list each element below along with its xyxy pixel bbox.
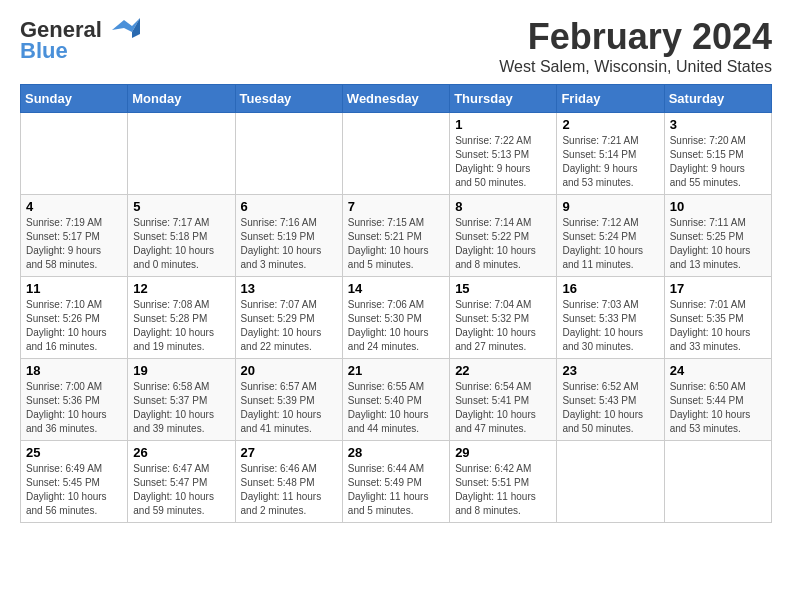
day-number: 17	[670, 281, 766, 296]
calendar-cell: 25Sunrise: 6:49 AM Sunset: 5:45 PM Dayli…	[21, 441, 128, 523]
month-title: February 2024	[499, 16, 772, 58]
day-number: 2	[562, 117, 658, 132]
day-number: 7	[348, 199, 444, 214]
calendar-cell: 16Sunrise: 7:03 AM Sunset: 5:33 PM Dayli…	[557, 277, 664, 359]
calendar-cell: 18Sunrise: 7:00 AM Sunset: 5:36 PM Dayli…	[21, 359, 128, 441]
day-number: 16	[562, 281, 658, 296]
day-number: 5	[133, 199, 229, 214]
calendar-cell: 9Sunrise: 7:12 AM Sunset: 5:24 PM Daylig…	[557, 195, 664, 277]
calendar-cell: 26Sunrise: 6:47 AM Sunset: 5:47 PM Dayli…	[128, 441, 235, 523]
day-number: 25	[26, 445, 122, 460]
day-info: Sunrise: 7:11 AM Sunset: 5:25 PM Dayligh…	[670, 216, 766, 272]
day-info: Sunrise: 6:47 AM Sunset: 5:47 PM Dayligh…	[133, 462, 229, 518]
day-number: 29	[455, 445, 551, 460]
calendar-cell: 8Sunrise: 7:14 AM Sunset: 5:22 PM Daylig…	[450, 195, 557, 277]
day-info: Sunrise: 6:52 AM Sunset: 5:43 PM Dayligh…	[562, 380, 658, 436]
calendar-cell: 24Sunrise: 6:50 AM Sunset: 5:44 PM Dayli…	[664, 359, 771, 441]
calendar-week-2: 4Sunrise: 7:19 AM Sunset: 5:17 PM Daylig…	[21, 195, 772, 277]
logo-blue: Blue	[20, 40, 68, 62]
calendar-week-1: 1Sunrise: 7:22 AM Sunset: 5:13 PM Daylig…	[21, 113, 772, 195]
day-info: Sunrise: 7:15 AM Sunset: 5:21 PM Dayligh…	[348, 216, 444, 272]
calendar-cell	[235, 113, 342, 195]
day-info: Sunrise: 7:10 AM Sunset: 5:26 PM Dayligh…	[26, 298, 122, 354]
location: West Salem, Wisconsin, United States	[499, 58, 772, 76]
calendar-header-row: SundayMondayTuesdayWednesdayThursdayFrid…	[21, 85, 772, 113]
calendar-table: SundayMondayTuesdayWednesdayThursdayFrid…	[20, 84, 772, 523]
calendar-cell: 2Sunrise: 7:21 AM Sunset: 5:14 PM Daylig…	[557, 113, 664, 195]
calendar-cell: 4Sunrise: 7:19 AM Sunset: 5:17 PM Daylig…	[21, 195, 128, 277]
day-info: Sunrise: 7:17 AM Sunset: 5:18 PM Dayligh…	[133, 216, 229, 272]
logo: General Blue	[20, 16, 140, 62]
day-info: Sunrise: 6:57 AM Sunset: 5:39 PM Dayligh…	[241, 380, 337, 436]
day-number: 18	[26, 363, 122, 378]
calendar-cell: 27Sunrise: 6:46 AM Sunset: 5:48 PM Dayli…	[235, 441, 342, 523]
day-number: 15	[455, 281, 551, 296]
logo-bird-icon	[104, 16, 140, 44]
day-info: Sunrise: 7:20 AM Sunset: 5:15 PM Dayligh…	[670, 134, 766, 190]
day-info: Sunrise: 7:07 AM Sunset: 5:29 PM Dayligh…	[241, 298, 337, 354]
column-header-thursday: Thursday	[450, 85, 557, 113]
calendar-cell: 5Sunrise: 7:17 AM Sunset: 5:18 PM Daylig…	[128, 195, 235, 277]
day-number: 11	[26, 281, 122, 296]
calendar-cell: 7Sunrise: 7:15 AM Sunset: 5:21 PM Daylig…	[342, 195, 449, 277]
day-number: 13	[241, 281, 337, 296]
day-info: Sunrise: 6:50 AM Sunset: 5:44 PM Dayligh…	[670, 380, 766, 436]
day-info: Sunrise: 7:04 AM Sunset: 5:32 PM Dayligh…	[455, 298, 551, 354]
day-number: 3	[670, 117, 766, 132]
day-info: Sunrise: 6:55 AM Sunset: 5:40 PM Dayligh…	[348, 380, 444, 436]
calendar-cell: 20Sunrise: 6:57 AM Sunset: 5:39 PM Dayli…	[235, 359, 342, 441]
calendar-cell: 22Sunrise: 6:54 AM Sunset: 5:41 PM Dayli…	[450, 359, 557, 441]
day-info: Sunrise: 7:12 AM Sunset: 5:24 PM Dayligh…	[562, 216, 658, 272]
calendar-cell: 15Sunrise: 7:04 AM Sunset: 5:32 PM Dayli…	[450, 277, 557, 359]
day-number: 22	[455, 363, 551, 378]
day-info: Sunrise: 7:03 AM Sunset: 5:33 PM Dayligh…	[562, 298, 658, 354]
day-number: 27	[241, 445, 337, 460]
day-number: 4	[26, 199, 122, 214]
day-info: Sunrise: 7:21 AM Sunset: 5:14 PM Dayligh…	[562, 134, 658, 190]
day-info: Sunrise: 7:16 AM Sunset: 5:19 PM Dayligh…	[241, 216, 337, 272]
day-info: Sunrise: 7:06 AM Sunset: 5:30 PM Dayligh…	[348, 298, 444, 354]
day-info: Sunrise: 7:22 AM Sunset: 5:13 PM Dayligh…	[455, 134, 551, 190]
day-number: 8	[455, 199, 551, 214]
calendar-week-5: 25Sunrise: 6:49 AM Sunset: 5:45 PM Dayli…	[21, 441, 772, 523]
day-info: Sunrise: 6:54 AM Sunset: 5:41 PM Dayligh…	[455, 380, 551, 436]
calendar-cell	[664, 441, 771, 523]
calendar-cell: 12Sunrise: 7:08 AM Sunset: 5:28 PM Dayli…	[128, 277, 235, 359]
day-number: 28	[348, 445, 444, 460]
day-info: Sunrise: 6:46 AM Sunset: 5:48 PM Dayligh…	[241, 462, 337, 518]
calendar-cell: 3Sunrise: 7:20 AM Sunset: 5:15 PM Daylig…	[664, 113, 771, 195]
day-info: Sunrise: 6:49 AM Sunset: 5:45 PM Dayligh…	[26, 462, 122, 518]
column-header-tuesday: Tuesday	[235, 85, 342, 113]
calendar-cell	[21, 113, 128, 195]
calendar-week-3: 11Sunrise: 7:10 AM Sunset: 5:26 PM Dayli…	[21, 277, 772, 359]
day-info: Sunrise: 7:08 AM Sunset: 5:28 PM Dayligh…	[133, 298, 229, 354]
day-number: 20	[241, 363, 337, 378]
calendar-cell: 11Sunrise: 7:10 AM Sunset: 5:26 PM Dayli…	[21, 277, 128, 359]
calendar-cell: 23Sunrise: 6:52 AM Sunset: 5:43 PM Dayli…	[557, 359, 664, 441]
title-block: February 2024 West Salem, Wisconsin, Uni…	[499, 16, 772, 76]
calendar-cell	[557, 441, 664, 523]
column-header-wednesday: Wednesday	[342, 85, 449, 113]
day-info: Sunrise: 7:01 AM Sunset: 5:35 PM Dayligh…	[670, 298, 766, 354]
day-number: 6	[241, 199, 337, 214]
day-number: 10	[670, 199, 766, 214]
column-header-sunday: Sunday	[21, 85, 128, 113]
column-header-monday: Monday	[128, 85, 235, 113]
day-info: Sunrise: 6:44 AM Sunset: 5:49 PM Dayligh…	[348, 462, 444, 518]
day-info: Sunrise: 6:42 AM Sunset: 5:51 PM Dayligh…	[455, 462, 551, 518]
day-number: 23	[562, 363, 658, 378]
page-header: General Blue February 2024 West Salem, W…	[20, 16, 772, 76]
calendar-cell	[128, 113, 235, 195]
calendar-cell: 29Sunrise: 6:42 AM Sunset: 5:51 PM Dayli…	[450, 441, 557, 523]
day-number: 19	[133, 363, 229, 378]
calendar-cell: 14Sunrise: 7:06 AM Sunset: 5:30 PM Dayli…	[342, 277, 449, 359]
calendar-cell: 6Sunrise: 7:16 AM Sunset: 5:19 PM Daylig…	[235, 195, 342, 277]
day-number: 14	[348, 281, 444, 296]
day-number: 21	[348, 363, 444, 378]
day-info: Sunrise: 6:58 AM Sunset: 5:37 PM Dayligh…	[133, 380, 229, 436]
calendar-cell: 28Sunrise: 6:44 AM Sunset: 5:49 PM Dayli…	[342, 441, 449, 523]
day-number: 12	[133, 281, 229, 296]
day-info: Sunrise: 7:14 AM Sunset: 5:22 PM Dayligh…	[455, 216, 551, 272]
calendar-cell: 13Sunrise: 7:07 AM Sunset: 5:29 PM Dayli…	[235, 277, 342, 359]
calendar-cell: 1Sunrise: 7:22 AM Sunset: 5:13 PM Daylig…	[450, 113, 557, 195]
